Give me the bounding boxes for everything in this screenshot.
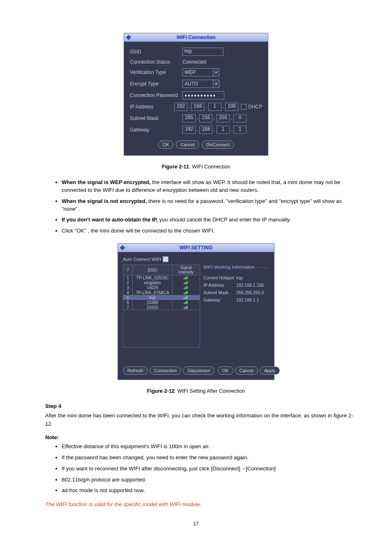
list-item-head: When the signal is WEP encrypted, — [62, 179, 150, 185]
table-row[interactable]: 710333 — [123, 305, 200, 310]
signal-icon — [173, 280, 200, 285]
svg-rect-26 — [186, 301, 187, 304]
svg-rect-15 — [187, 286, 188, 289]
hotspot-value: kqy — [236, 275, 243, 280]
chevron-down-icon — [213, 69, 219, 76]
ip-seg[interactable]: 0 — [233, 114, 247, 122]
ip-seg[interactable]: 1 — [217, 126, 230, 134]
row-index: 1 — [123, 275, 133, 281]
connection-status-label: Connection Status — [130, 59, 182, 65]
auto-connect-checkbox[interactable] — [163, 256, 168, 262]
note-label: Note: — [45, 434, 59, 440]
connection-button[interactable]: Connection — [150, 366, 182, 375]
svg-rect-4 — [184, 278, 184, 279]
disconnect-button[interactable]: DisConnect — [202, 140, 234, 149]
ip-seg[interactable]: 168 — [191, 103, 204, 111]
verification-type-select[interactable]: WEP — [182, 68, 219, 76]
subnet-mask-input[interactable]: 255. 255. 255. 0 — [182, 114, 247, 122]
auto-connect-label: Auto Connect WIFI — [123, 257, 161, 262]
chevron-down-icon — [213, 80, 219, 88]
row-index: 5 — [123, 295, 133, 300]
ssid-label: SSID — [130, 49, 182, 55]
subnet-mask-label: Subnet Mask — [130, 115, 182, 121]
figure-label: Figure 2-11 — [162, 164, 189, 170]
svg-marker-3 — [120, 245, 125, 250]
list-item: Click "OK" , the mini dome will be conne… — [62, 227, 359, 235]
list-item: If the password has been changed, you ne… — [62, 454, 359, 462]
verification-type-value: WEP — [183, 69, 213, 75]
figure-text: : WIFI Connection — [189, 164, 230, 170]
ip-address-input[interactable]: 192. 168. 1. 100 — [174, 103, 238, 111]
list-item: 802.11b/g/n protocol are supported. — [62, 476, 359, 484]
signal-icon — [173, 285, 200, 290]
signal-icon — [173, 290, 200, 295]
table-row[interactable]: 4TP-LINK_076ACA — [123, 290, 200, 295]
red-note: The WIFI function is valid for the speci… — [45, 500, 359, 509]
gateway-input[interactable]: 192. 168. 1. 1 — [182, 126, 247, 134]
ip-seg[interactable]: 192 — [174, 103, 187, 111]
ip-seg[interactable]: 1 — [233, 126, 247, 134]
cancel-button[interactable]: Cancel — [235, 366, 258, 375]
gateway-label: Gateway — [130, 127, 182, 133]
svg-rect-29 — [185, 307, 186, 309]
row-index: 6 — [123, 300, 133, 305]
dhcp-checkbox[interactable]: DHCP — [241, 104, 262, 110]
table-row[interactable]: 314029 — [123, 285, 200, 290]
ip-label: IP Address — [203, 283, 236, 288]
password-input[interactable]: ●●●●●●●●●● — [182, 91, 224, 99]
ip-seg[interactable]: 255 — [217, 114, 230, 122]
row-index: 7 — [123, 305, 133, 310]
col-signal: Signal Intensity — [173, 265, 200, 275]
svg-rect-6 — [186, 276, 187, 279]
svg-rect-7 — [187, 276, 188, 279]
gateway-label: Gateway — [203, 297, 236, 302]
ip-seg[interactable]: 255 — [182, 114, 196, 122]
svg-rect-21 — [185, 297, 186, 299]
ip-seg[interactable]: 168 — [199, 126, 212, 134]
wifi-list-table: 7 SSID Signal Intensity 1TP-LINK_52019C2… — [123, 265, 200, 348]
svg-rect-8 — [184, 283, 184, 284]
ok-button[interactable]: OK — [158, 140, 173, 149]
list-item: When the signal is WEP encrypted, the in… — [62, 179, 359, 194]
svg-rect-23 — [187, 296, 188, 299]
hotspot-label: Current Hotspot — [203, 275, 236, 280]
svg-rect-10 — [186, 281, 187, 284]
dialog-title: WIFI Connection — [133, 35, 259, 40]
svg-rect-18 — [186, 291, 187, 294]
refresh-button[interactable]: Refresh — [123, 366, 148, 375]
ip-seg[interactable]: 1 — [208, 103, 221, 111]
ssid-input[interactable]: kqy — [182, 48, 224, 56]
row-index: 3 — [123, 285, 133, 290]
table-row[interactable]: 610388 — [123, 300, 200, 305]
ok-button[interactable]: OK — [218, 366, 233, 375]
app-icon — [124, 35, 133, 40]
disconnect-button[interactable]: Disconnect — [183, 366, 214, 375]
table-row[interactable]: 1TP-LINK_52019C — [123, 275, 200, 281]
ip-seg[interactable]: 192 — [182, 126, 196, 134]
ip-seg[interactable]: 100 — [225, 103, 238, 111]
bullet-list: When the signal is WEP encrypted, the in… — [33, 179, 359, 235]
row-ssid: 10388 — [133, 300, 173, 305]
list-item: When the signal is not encrypted, there … — [62, 198, 359, 213]
bullet-list: Effective distance of this equipment's W… — [33, 443, 359, 495]
apply-button[interactable]: Apply — [260, 366, 280, 375]
row-ssid: 10333 — [133, 305, 173, 310]
list-item: Effective distance of this equipment's W… — [62, 443, 359, 451]
svg-rect-5 — [185, 277, 186, 279]
figure-text: : WIFI Setting After Connection — [175, 388, 245, 394]
table-row[interactable]: 5kqy — [123, 295, 200, 300]
page-number: 17 — [33, 521, 359, 527]
list-item: If you want to reconnect the WIFI after … — [62, 465, 359, 473]
svg-marker-0 — [126, 35, 131, 40]
svg-rect-24 — [184, 303, 184, 304]
row-ssid: xingjiaibn — [133, 280, 173, 285]
table-row[interactable]: 2xingjiaibn — [123, 280, 200, 285]
encrypt-type-select[interactable]: AUTO — [182, 80, 219, 88]
gateway-value: 192.168.1.1 — [236, 297, 259, 302]
wifi-info-title: WIFI Working Information — [203, 265, 255, 269]
svg-rect-19 — [187, 291, 188, 294]
ip-seg[interactable]: 255 — [199, 114, 212, 122]
step-label: Step 4 — [45, 403, 359, 409]
cancel-button[interactable]: Cancel — [176, 140, 199, 149]
row-ssid: kqy — [133, 295, 173, 300]
